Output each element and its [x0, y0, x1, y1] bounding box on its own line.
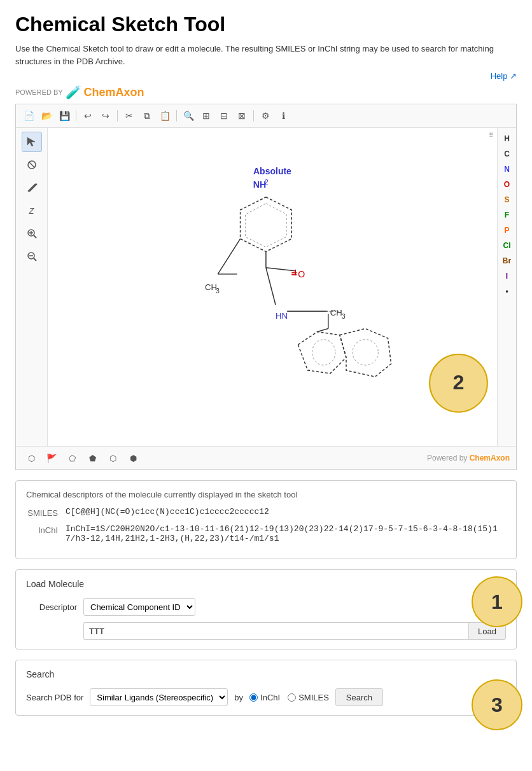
inchi-row: InChI InChI=1S/C20H20N2O/c1-13-10-11-16(…	[26, 524, 506, 543]
layout3-btn[interactable]: ⊠	[234, 108, 249, 123]
help-anchor[interactable]: Help ↗	[491, 71, 517, 81]
undo-btn[interactable]: ↩	[80, 108, 95, 123]
smiles-radio[interactable]	[288, 693, 296, 702]
footer-chemaxon-text: ChemAxon	[470, 454, 510, 462]
cut-btn[interactable]: ✂	[122, 108, 137, 123]
smiles-radio-label: SMILES	[298, 693, 329, 702]
zoom-in-btn[interactable]	[22, 223, 42, 244]
canvas-main[interactable]: ⠿ Absolute NH 2 CH 3 O	[48, 128, 497, 446]
search-type-select[interactable]: Similar Ligands (Stereospecific) Similar…	[90, 688, 228, 706]
powered-by-label: POWERED BY	[15, 88, 63, 96]
bottom-tool-4[interactable]: ⬟	[83, 450, 101, 466]
inchi-radio-label: InChI	[260, 693, 280, 702]
svg-marker-33	[298, 332, 346, 374]
redo-btn[interactable]: ↪	[98, 108, 113, 123]
svg-text:2: 2	[453, 371, 465, 394]
page-description: Use the Chemical Sketch tool to draw or …	[15, 43, 517, 67]
svg-line-10	[34, 258, 36, 261]
svg-line-2	[29, 162, 34, 167]
svg-line-27	[266, 268, 295, 271]
search-button[interactable]: Search	[335, 688, 383, 706]
inchi-radio-option[interactable]: InChI	[249, 693, 280, 702]
descriptor-select[interactable]: Chemical Component ID SMILES InChI Name	[83, 598, 195, 616]
chemaxon-logo: 🧪 ChemAxon	[66, 85, 144, 100]
element-f-btn[interactable]: F	[499, 208, 515, 222]
paste-btn[interactable]: 📋	[157, 108, 172, 123]
separator-2	[117, 110, 118, 122]
by-label: by	[234, 693, 243, 702]
bottom-tool-3[interactable]: ⬠	[63, 450, 81, 466]
svg-marker-0	[27, 137, 35, 146]
element-n-btn[interactable]: N	[499, 162, 515, 176]
erase-tool-btn[interactable]	[22, 155, 42, 175]
settings-btn[interactable]: ⚙	[258, 108, 273, 123]
separator-4	[253, 110, 254, 122]
smiles-row: SMILES C[C@@H](NC(=O)c1cc(N)ccc1C)c1cccc…	[26, 507, 506, 518]
bottom-tool-6[interactable]: ⬢	[124, 450, 142, 466]
element-s-btn[interactable]: S	[499, 193, 515, 207]
zoom-out-btn[interactable]	[22, 246, 42, 267]
search-radio-group: InChI SMILES	[249, 693, 329, 702]
open-btn[interactable]: 📂	[39, 108, 54, 123]
descriptor-form-label: Descriptor	[26, 602, 77, 612]
svg-text:HN: HN	[276, 311, 288, 321]
help-link[interactable]: Help ↗	[15, 71, 517, 81]
new-file-btn[interactable]: 📄	[21, 108, 36, 123]
layout2-btn[interactable]: ⊟	[216, 108, 232, 123]
svg-text:2: 2	[265, 179, 269, 186]
absolute-label: Absolute	[253, 166, 291, 176]
svg-point-35	[312, 340, 335, 365]
svg-line-29	[266, 268, 276, 305]
element-c-btn[interactable]: C	[499, 147, 515, 161]
sketch-canvas-area: Z ⠿ Absolute NH 2	[16, 128, 516, 446]
element-h-btn[interactable]: H	[499, 132, 515, 146]
bottom-tools-group: ⬡ 🚩 ⬠ ⬟ ⬡ ⬢	[22, 450, 142, 466]
load-molecule-section: 1 Load Molecule Descriptor Chemical Comp…	[15, 569, 517, 649]
search-title: Search	[26, 669, 506, 679]
save-btn[interactable]: 💾	[57, 108, 72, 123]
svg-marker-34	[340, 329, 391, 377]
inchi-value: InChI=1S/C20H20N2O/c1-13-10-11-16(21)12-…	[66, 524, 506, 543]
svg-marker-14	[241, 197, 292, 252]
info-btn[interactable]: ℹ	[276, 108, 291, 123]
inchi-label: InChI	[26, 524, 58, 535]
molecule-input[interactable]	[83, 622, 468, 640]
element-cl-btn[interactable]: Cl	[499, 239, 515, 253]
z-tool-btn[interactable]: Z	[22, 200, 42, 221]
svg-marker-15	[246, 204, 287, 247]
callout-3: 3	[472, 679, 522, 730]
smiles-radio-option[interactable]: SMILES	[288, 693, 329, 702]
layout-btn[interactable]: ⊞	[199, 108, 214, 123]
chemaxon-icon: 🧪	[66, 85, 81, 100]
smiles-label: SMILES	[26, 507, 58, 518]
line-tool-btn[interactable]	[22, 177, 42, 198]
zoom-btn[interactable]: 🔍	[181, 108, 196, 123]
bottom-tool-5[interactable]: ⬡	[104, 450, 122, 466]
descriptor-row-form: Descriptor Chemical Component ID SMILES …	[26, 598, 506, 616]
svg-text:CH: CH	[330, 308, 342, 317]
element-p-btn[interactable]: P	[499, 223, 515, 237]
descriptors-section: Chemical descriptors of the molecule cur…	[15, 480, 517, 559]
svg-point-36	[353, 340, 378, 365]
separator-3	[176, 110, 177, 122]
copy-btn[interactable]: ⧉	[139, 108, 155, 123]
load-input-row: Load	[83, 622, 506, 640]
sketch-bottom-bar: ⬡ 🚩 ⬠ ⬟ ⬡ ⬢ Powered by ChemAxon	[16, 446, 516, 469]
element-more-btn[interactable]: •	[499, 284, 515, 298]
sketch-toolbar: 📄 📂 💾 ↩ ↪ ✂ ⧉ 📋 🔍 ⊞ ⊟ ⊠ ⚙ ℹ	[16, 104, 516, 128]
bottom-tool-2[interactable]: 🚩	[43, 450, 60, 466]
select-tool-btn[interactable]	[22, 132, 42, 152]
callout-1: 1	[472, 576, 522, 627]
svg-text:3: 3	[342, 313, 346, 320]
inchi-radio[interactable]	[249, 693, 258, 702]
separator-1	[76, 110, 76, 122]
sketch-container: 📄 📂 💾 ↩ ↪ ✂ ⧉ 📋 🔍 ⊞ ⊟ ⊠ ⚙ ℹ	[15, 104, 517, 470]
element-br-btn[interactable]: Br	[499, 254, 515, 268]
svg-line-37	[318, 329, 328, 332]
element-o-btn[interactable]: O	[499, 177, 515, 191]
grid-icon: ⠿	[489, 132, 493, 139]
page-title: Chemical Sketch Tool	[15, 13, 517, 36]
element-i-btn[interactable]: I	[499, 269, 515, 283]
right-elements-panel: H C N O S F P Cl Br I •	[497, 128, 516, 446]
bottom-tool-1[interactable]: ⬡	[22, 450, 40, 466]
